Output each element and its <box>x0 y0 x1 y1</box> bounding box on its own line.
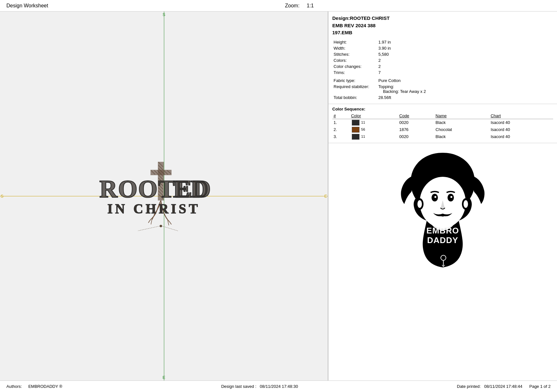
in-christ-text: IN CHRIST <box>108 201 200 216</box>
fabric-label: Fabric type: <box>332 76 377 84</box>
color-row-swatch: 11 <box>350 119 398 126</box>
page-title: Design Worksheet <box>6 3 48 9</box>
color-swatch-2 <box>352 134 359 140</box>
right-panel: Design:ROOTED CHRIST EMB REV 2024 388 19… <box>328 12 557 380</box>
printed-value: 08/11/2024 17:48:44 <box>484 384 522 389</box>
swatch-label-0: 11 <box>361 120 365 124</box>
embrodaddy-logo: EMBRO DADDY <box>395 146 491 268</box>
bobbin-label: Total bobbin: <box>332 94 377 101</box>
color-row-num: 2. <box>332 126 350 133</box>
svg-text:IN  CHRIST: IN CHRIST <box>108 201 200 216</box>
design-title: Design:ROOTED CHRIST EMB REV 2024 388 19… <box>332 15 553 37</box>
footer-right: Date printed: 08/11/2024 17:48:44 Page 1… <box>457 384 551 389</box>
page-number: Page 1 of 2 <box>529 384 551 389</box>
svg-point-36 <box>450 196 452 198</box>
col-header-color: Color <box>350 113 398 119</box>
color-sequence-title: Color Sequence: <box>332 107 553 111</box>
trims-label: Trims: <box>332 69 377 76</box>
zoom-display: Zoom: 1:1 <box>285 3 314 9</box>
height-label: Height: <box>332 39 377 45</box>
color-changes-label: Color changes: <box>332 63 377 69</box>
color-sequence-table: # Color Code Name Chart 1. 11 0020 Black… <box>332 113 553 140</box>
width-label: Width: <box>332 45 377 51</box>
stabilizer-backing: Backing: Tear Away x 2 <box>378 89 426 94</box>
svg-line-20 <box>162 226 178 231</box>
marker-s-top: S <box>163 12 165 17</box>
svg-point-35 <box>434 196 436 198</box>
stitches-label: Stitches: <box>332 51 377 57</box>
svg-text:DADDY: DADDY <box>427 235 458 245</box>
color-swatch-0 <box>352 120 359 126</box>
trims-value: 7 <box>377 69 553 76</box>
color-swatch-1 <box>352 127 359 133</box>
color-row-code: 1876 <box>398 126 434 133</box>
zoom-value: 1:1 <box>307 3 314 8</box>
design-svg-image: ROOTED ROOTED IN CHRIST ED ED <box>88 156 226 239</box>
stabilizer-label: Required stabilizer: <box>332 84 377 94</box>
saved-label: Design last saved : <box>221 384 256 389</box>
color-row-name: Chocolat <box>434 126 489 133</box>
zoom-label: Zoom: <box>285 3 299 8</box>
color-row: 1. 11 0020 Black Isacord 40 <box>332 119 553 126</box>
col-header-code: Code <box>398 113 434 119</box>
svg-text:ED: ED <box>173 175 209 203</box>
canvas-area: S S E E <box>0 12 328 380</box>
color-row-name: Black <box>434 119 489 126</box>
color-row: 2. 56 1876 Chocolat Isacord 40 <box>332 126 553 133</box>
marker-e-right: E <box>324 194 327 199</box>
stitches-value: 5,580 <box>377 51 553 57</box>
color-row-name: Black <box>434 133 489 140</box>
width-value: 3.90 in <box>377 45 553 51</box>
header: Design Worksheet Zoom: 1:1 <box>0 0 557 12</box>
color-changes-value: 2 <box>377 63 553 69</box>
bobbin-value: 28.56ft <box>377 94 553 101</box>
col-header-name: Name <box>434 113 489 119</box>
color-row-num: 1. <box>332 119 350 126</box>
authors-label: Authors: <box>6 384 22 389</box>
authors-value: EMBRODADDY ® <box>28 384 62 389</box>
ed-text: ED ED <box>173 175 209 203</box>
colors-label: Colors: <box>332 57 377 63</box>
color-section: Color Sequence: # Color Code Name Chart … <box>328 104 557 143</box>
color-row-chart: Isacord 40 <box>489 119 553 126</box>
logo-section: EMBRO DADDY <box>328 143 557 271</box>
color-row-chart: Isacord 40 <box>489 126 553 133</box>
height-value: 1.97 in <box>377 39 553 45</box>
svg-point-32 <box>464 200 468 208</box>
saved-value: 08/11/2024 17:48:30 <box>260 384 298 389</box>
col-header-num: # <box>332 113 350 119</box>
col-header-chart: Chart <box>489 113 553 119</box>
color-row: 3. 11 0020 Black Isacord 40 <box>332 133 553 140</box>
footer-left: Authors: EMBRODADDY ® <box>6 384 62 389</box>
swatch-label-1: 56 <box>361 127 365 131</box>
colors-value: 2 <box>377 57 553 63</box>
color-row-swatch: 11 <box>350 133 398 140</box>
fabric-value: Pure Cotton <box>377 76 553 84</box>
svg-point-31 <box>417 200 422 208</box>
design-specs-table: Height: 1.97 in Width: 3.90 in Stitches:… <box>332 39 553 101</box>
footer: Authors: EMBRODADDY ® Design last saved … <box>0 380 557 392</box>
printed-label: Date printed: <box>457 384 480 389</box>
embroidery-design: ROOTED ROOTED IN CHRIST ED ED <box>88 156 226 240</box>
marker-s-left: S <box>1 194 4 199</box>
color-row-code: 0020 <box>398 119 434 126</box>
stabilizer-value: Topping: Backing: Tear Away x 2 <box>377 84 553 94</box>
marker-e-bottom: E <box>163 375 165 380</box>
svg-line-21 <box>138 226 160 231</box>
svg-point-19 <box>160 225 162 227</box>
info-section: Design:ROOTED CHRIST EMB REV 2024 388 19… <box>328 12 557 104</box>
color-row-chart: Isacord 40 <box>489 133 553 140</box>
footer-center: Design last saved : 08/11/2024 17:48:30 <box>221 384 298 389</box>
swatch-label-2: 11 <box>361 135 365 138</box>
color-row-num: 3. <box>332 133 350 140</box>
svg-text:EMBRO: EMBRO <box>426 226 459 235</box>
color-row-code: 0020 <box>398 133 434 140</box>
color-row-swatch: 56 <box>350 126 398 133</box>
